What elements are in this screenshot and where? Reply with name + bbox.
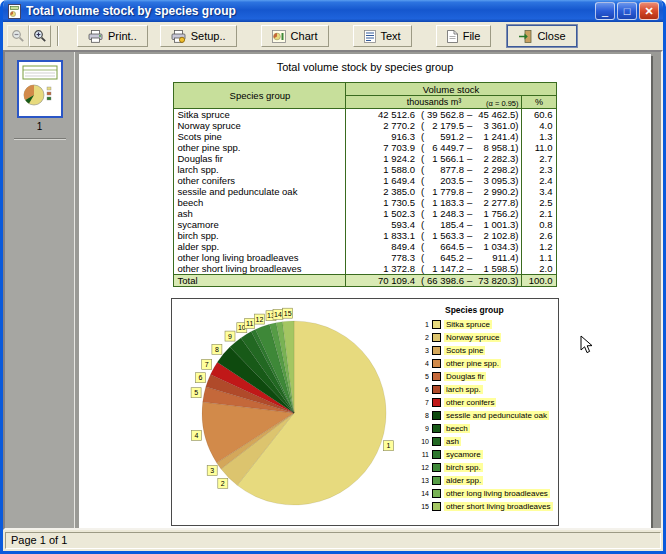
zoom-in-button[interactable] [29,25,51,47]
legend-item: 13alder spp. [415,474,553,487]
table-row: beech1 730.5(1 183.3–2 277.8)2.5 [174,197,556,208]
species-cell: beech [174,197,346,208]
print-button[interactable]: Print.. [77,25,148,47]
table-row: sycamore593.4(185.4–1 001.3)0.8 [174,219,556,230]
percent-cell: 2.5 [522,197,556,208]
species-cell: other pine spp. [174,142,346,153]
svg-text:7: 7 [205,361,209,368]
table-row: other short living broadleaves1 372.8(1 … [174,263,556,275]
species-cell: other conifers [174,175,346,186]
legend-item: 1Sitka spruce [415,318,553,331]
species-cell: other long living broadleaves [174,252,346,263]
zoom-out-button[interactable] [7,25,29,47]
legend-label: other long living broadleaves [444,489,550,498]
close-label: Close [537,30,565,42]
preview-area[interactable]: Total volume stock by species group Spec… [75,52,661,528]
page-thumbnail[interactable] [17,60,63,118]
legend-index: 5 [415,373,429,380]
confidence-interval-cell: (1 566.1–2 282.3) [418,153,522,164]
legend-label: other pine spp. [444,359,501,368]
legend-index: 10 [415,438,429,445]
legend-index: 11 [415,451,429,458]
print-label: Print.. [108,30,137,42]
maximize-button[interactable]: □ [617,2,637,20]
confidence-interval-cell: (591.2–1 241.4) [418,131,522,142]
header-thousands: thousands m³ (α = 0.95) [346,96,522,109]
legend-index: 12 [415,464,429,471]
setup-label: Setup.. [191,30,226,42]
table-row: other pine spp.7 703.9(6 449.7–8 958.1)1… [174,142,556,153]
legend-index: 13 [415,477,429,484]
value-cell: 1 649.4 [346,175,418,186]
species-cell: ash [174,208,346,219]
confidence-interval-cell: (6 449.7–8 958.1) [418,142,522,153]
legend-label: sycamore [444,450,483,459]
legend-label: Norway spruce [444,333,501,342]
status-bar: Page 1 of 1 [3,530,663,551]
species-cell: sessile and pedunculate oak [174,186,346,197]
setup-button[interactable]: Setup.. [160,25,237,47]
window-title: Total volume stock by species group [26,4,595,18]
table-row: Douglas fir1 924.2(1 566.1–2 282.3)2.7 [174,153,556,164]
legend-swatch [432,333,441,342]
value-cell: 2 385.0 [346,186,418,197]
confidence-interval-cell: (1 563.3–2 102.8) [418,230,522,241]
legend-swatch [432,359,441,368]
svg-text:2: 2 [221,480,225,487]
legend-swatch [432,450,441,459]
table-row: other long living broadleaves778.3(645.2… [174,252,556,263]
zoom-out-icon [11,29,25,43]
close-button[interactable]: Close [507,25,576,47]
species-cell: other short living broadleaves [174,263,346,275]
percent-cell: 1.2 [522,241,556,252]
table-row: other conifers1 649.4(203.5–3 095.3)2.4 [174,175,556,186]
percent-cell: 1.1 [522,252,556,263]
legend-index: 1 [415,321,429,328]
file-button[interactable]: File [436,25,492,47]
svg-text:3: 3 [210,467,214,474]
minimize-button[interactable]: _ [595,2,615,20]
legend-item: 4other pine spp. [415,357,553,370]
header-volume-stock: Volume stock [346,83,556,96]
percent-cell: 2.1 [522,208,556,219]
legend-label: Scots pine [444,346,485,355]
confidence-interval-cell: (185.4–1 001.3) [418,219,522,230]
percent-cell: 60.6 [522,109,556,121]
legend-item: 3Scots pine [415,344,553,357]
legend-index: 4 [415,360,429,367]
legend-label: larch spp. [444,385,483,394]
thumbnail-separator [14,138,66,140]
confidence-interval-cell: (1 183.3–2 277.8) [418,197,522,208]
legend-label: birch spp. [444,463,483,472]
confidence-interval-cell: (2 179.5–3 361.0) [418,120,522,131]
page-title: Total volume stock by species group [79,54,651,73]
table-row: larch spp.1 588.0(877.8–2 298.2)2.3 [174,164,556,175]
page-thumbnail-preview [19,62,61,116]
legend-swatch [432,385,441,394]
legend-index: 7 [415,399,429,406]
pie-chart-box: 123456789101112131415 Species group 1Sit… [171,298,559,526]
confidence-interval-cell: (1 248.3–1 756.2) [418,208,522,219]
status-page-indicator: Page 1 of 1 [5,532,661,549]
percent-cell: 0.8 [522,219,556,230]
table-row: ash1 502.3(1 248.3–1 756.2)2.1 [174,208,556,219]
value-cell: 778.3 [346,252,418,263]
species-cell: Douglas fir [174,153,346,164]
percent-cell: 1.3 [522,131,556,142]
text-button[interactable]: Text [353,25,412,47]
legend-swatch [432,320,441,329]
table-row: alder spp.849.4(664.5–1 034.3)1.2 [174,241,556,252]
percent-cell: 2.0 [522,263,556,275]
percent-cell: 2.7 [522,153,556,164]
close-window-button[interactable]: ✕ [639,2,659,20]
title-bar[interactable]: Total volume stock by species group _ □ … [3,0,663,22]
legend-item: 9beech [415,422,553,435]
percent-cell: 11.0 [522,142,556,153]
table-row: Sitka spruce42 512.6(39 562.8–45 462.5)6… [174,109,556,121]
toolbar: Print.. Setup.. Chart [3,22,663,50]
chart-button[interactable]: Chart [261,25,329,47]
legend-item: 7other conifers [415,396,553,409]
text-label: Text [381,30,401,42]
legend-swatch [432,424,441,433]
pie-chart: 123456789101112131415 [174,301,418,525]
